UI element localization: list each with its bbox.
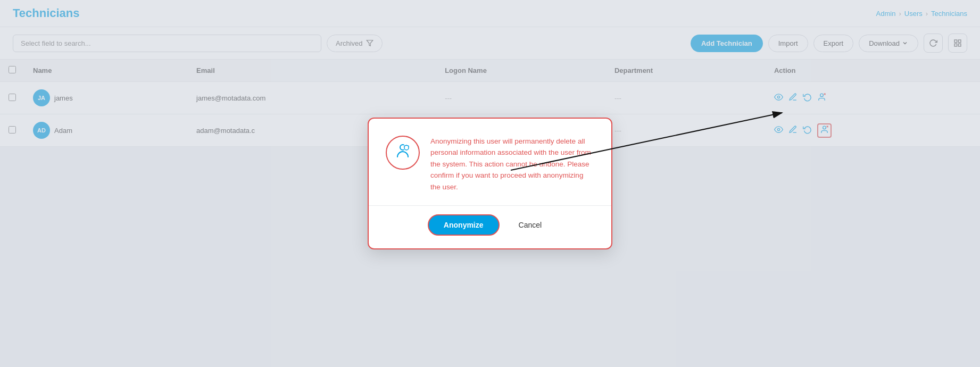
anonymize-button[interactable]: Anonymize [428,214,500,236]
modal-body: Anonymizing this user will permanently d… [369,119,611,206]
anonymize-user-icon [394,142,411,163]
modal-icon-wrapper [386,136,420,170]
cancel-button[interactable]: Cancel [508,214,553,236]
modal-footer: Anonymize Cancel [369,205,611,248]
modal-message: Anonymizing this user will permanently d… [430,136,594,193]
modal-overlay: Anonymizing this user will permanently d… [0,0,980,367]
anonymize-modal: Anonymizing this user will permanently d… [368,118,612,250]
